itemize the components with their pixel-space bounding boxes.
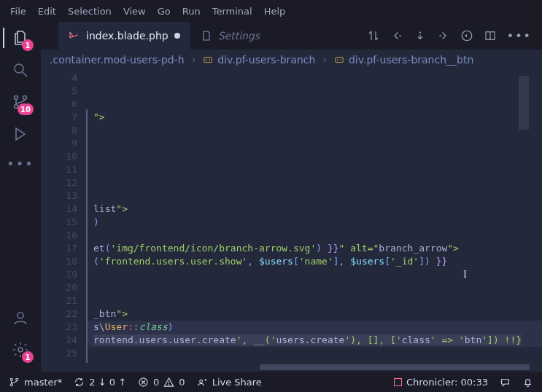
search-icon (12, 61, 29, 79)
menu-bar: File Edit Selection View Go Run Terminal… (0, 0, 542, 22)
svg-point-15 (10, 378, 12, 380)
editor[interactable]: 4567891011121314151617181920212223242526… (41, 70, 542, 372)
activity-account[interactable] (3, 302, 38, 334)
svg-point-2 (15, 96, 18, 100)
tab-label: Settings (218, 30, 260, 42)
code-line[interactable] (86, 294, 542, 307)
svg-point-21 (199, 380, 202, 383)
preview-icon[interactable] (460, 29, 473, 42)
html-tag-icon (334, 55, 344, 65)
feedback-icon (500, 377, 511, 388)
svg-point-6 (18, 348, 23, 352)
chevron-right-icon: › (192, 54, 196, 66)
svg-rect-14 (336, 58, 344, 63)
status-notifications[interactable] (522, 377, 533, 388)
menu-edit[interactable]: Edit (32, 3, 62, 20)
activity-overflow[interactable]: ••• (7, 150, 34, 176)
chevron-right-icon: › (322, 54, 327, 66)
text-cursor-icon: I (463, 268, 467, 281)
code-line[interactable] (86, 98, 542, 111)
menu-go[interactable]: Go (152, 3, 177, 20)
svg-point-17 (16, 378, 18, 380)
svg-point-5 (18, 313, 23, 318)
editor-actions: ••• (357, 22, 542, 50)
minimap[interactable] (519, 76, 529, 130)
branch-icon (9, 377, 20, 388)
status-feedback[interactable] (500, 377, 511, 388)
svg-point-4 (23, 96, 27, 100)
more-actions[interactable]: ••• (507, 29, 532, 43)
activity-explorer[interactable]: 1 (3, 22, 38, 54)
play-bug-icon (12, 125, 29, 143)
activity-source-control[interactable]: 10 (3, 86, 38, 118)
code-line[interactable] (86, 229, 542, 242)
error-icon (138, 377, 149, 388)
compare-icon[interactable] (367, 29, 380, 42)
menu-run[interactable]: Run (177, 3, 206, 20)
code-line[interactable]: et('img/frontend/icon/branch-arrow.svg')… (86, 242, 542, 255)
menu-selection[interactable]: Selection (62, 3, 117, 20)
code-line[interactable] (86, 268, 542, 281)
code-line[interactable] (86, 189, 542, 203)
line-number-gutter: 4567891011121314151617181920212223242526… (41, 70, 86, 372)
code-line[interactable] (86, 124, 542, 137)
code-line[interactable]: "> (86, 111, 542, 124)
menu-terminal[interactable]: Terminal (206, 3, 258, 20)
record-icon (394, 378, 402, 386)
code-area[interactable]: ">list">)et('img/frontend/icon/branch-ar… (86, 70, 542, 372)
code-line[interactable] (86, 347, 542, 360)
tab-index-blade[interactable]: index.blade.php (58, 22, 190, 50)
html-tag-icon (203, 55, 213, 65)
tab-settings[interactable]: Settings (190, 22, 270, 50)
warning-icon (163, 377, 174, 388)
scrollbar-thumb[interactable] (260, 364, 530, 370)
activity-run-debug[interactable] (3, 118, 38, 150)
breadcrumb-item[interactable]: div.pf-users-branch__btn (334, 54, 473, 66)
code-line[interactable]: rontend.users.user.create', __('users.cr… (86, 334, 542, 347)
status-problems[interactable]: 0 0 (138, 377, 185, 388)
bell-icon (522, 377, 533, 388)
code-line[interactable] (86, 281, 542, 294)
code-line[interactable] (86, 163, 542, 176)
account-icon (12, 309, 29, 326)
svg-point-0 (15, 64, 23, 73)
code-line[interactable]: s\User::class) (86, 321, 542, 334)
modified-dot-icon (174, 33, 180, 39)
laravel-icon (69, 30, 80, 42)
code-line[interactable] (86, 137, 542, 150)
nav-forward-icon[interactable] (437, 29, 450, 42)
svg-point-20 (169, 384, 169, 385)
code-line[interactable] (86, 150, 542, 163)
code-line[interactable] (86, 71, 542, 85)
code-line[interactable] (86, 176, 542, 189)
code-line[interactable] (86, 85, 542, 98)
status-branch[interactable]: master* (9, 377, 62, 388)
activity-settings[interactable]: 1 (3, 334, 38, 366)
nav-back-icon[interactable] (390, 29, 403, 42)
menu-view[interactable]: View (117, 3, 152, 20)
nav-down-icon[interactable] (414, 29, 427, 42)
activity-search[interactable] (3, 54, 38, 86)
code-line[interactable]: list"> (86, 203, 542, 216)
menu-help[interactable]: Help (258, 3, 292, 20)
split-editor-icon[interactable] (484, 29, 497, 42)
svg-rect-13 (204, 58, 212, 63)
tab-label: index.blade.php (86, 30, 169, 42)
file-icon (201, 30, 212, 42)
settings-badge: 1 (22, 351, 34, 363)
status-sync[interactable]: 2 ↓ 0 ↑ (74, 377, 126, 388)
code-line[interactable]: ) (86, 216, 542, 229)
status-chronicler[interactable]: Chronicler: 00:33 (394, 377, 488, 388)
status-liveshare[interactable]: Live Share (197, 377, 262, 388)
breadcrumb-item[interactable]: .container.mod-users-pd-h (50, 54, 185, 66)
breadcrumb[interactable]: .container.mod-users-pd-h › div.pf-users… (41, 50, 542, 70)
svg-point-7 (399, 35, 400, 36)
code-line[interactable]: ('frontend.users.user.show', $users['nam… (86, 255, 542, 268)
code-line[interactable]: _btn"> (86, 307, 542, 321)
activity-bar: 1 10 ••• 1 (0, 22, 41, 372)
breadcrumb-item[interactable]: div.pf-users-branch (203, 54, 315, 66)
indent-guide (86, 109, 88, 372)
svg-point-8 (419, 31, 421, 33)
menu-file[interactable]: File (4, 3, 32, 20)
horizontal-scrollbar[interactable] (41, 363, 542, 372)
